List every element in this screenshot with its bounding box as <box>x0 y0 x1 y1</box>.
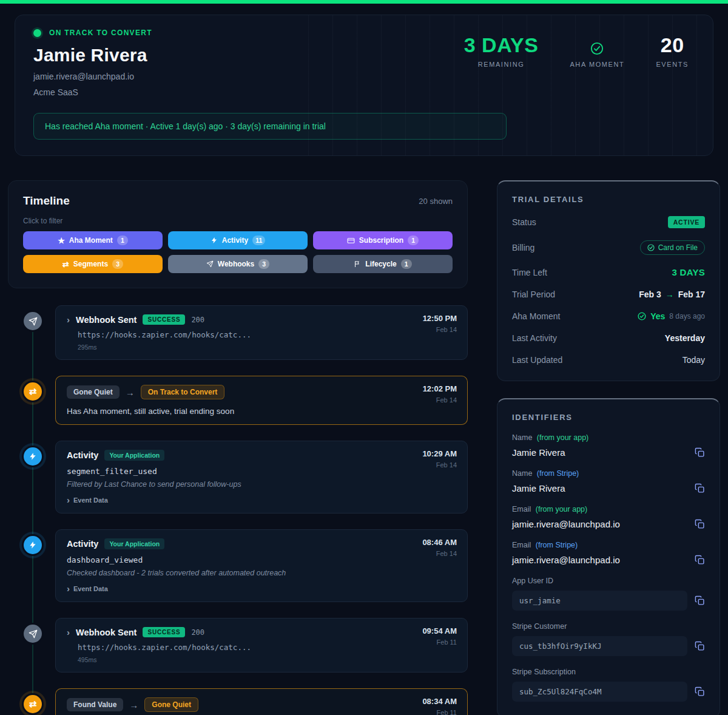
events-value: 20 <box>661 35 684 55</box>
copy-icon[interactable] <box>695 483 705 493</box>
arrow-right-icon: → <box>129 700 138 710</box>
identifier-value: jamie.rivera@launchpad.io <box>512 555 620 565</box>
billing-badge: Card on File <box>640 240 705 255</box>
check-circle-icon <box>590 42 604 55</box>
last-updated-value: Today <box>682 355 705 365</box>
timestamp: 08:46 AM Feb 14 <box>422 538 457 557</box>
segment-description: Has Aha moment, still active, trial endi… <box>67 407 456 416</box>
chevron-right-icon: › <box>67 495 70 504</box>
copy-icon[interactable] <box>695 447 705 458</box>
activity-card: Activity Your Application segment_filter… <box>55 441 468 513</box>
segment-from-chip: Found Value <box>67 698 123 711</box>
timeline-entry-webhook: › Webhook Sent SUCCESS 200 https://hooks… <box>55 618 468 673</box>
customer-company: Acme SaaS <box>33 87 695 97</box>
timeline-entry-webhook: › Webhook Sent SUCCESS 200 https://hooks… <box>55 305 468 360</box>
filter-segments[interactable]: ⇄ Segments 3 <box>23 255 163 273</box>
customer-email: jamie.rivera@launchpad.io <box>33 72 695 81</box>
filter-webhooks[interactable]: Webhooks 3 <box>168 255 308 273</box>
identifiers-card: IDENTIFIERS Name (from your app) Jamie R… <box>497 398 720 715</box>
bolt-icon <box>22 446 44 467</box>
filter-chips: ★ Aha Moment 1 Activity 11 Subscription <box>23 231 453 273</box>
event-data-expander[interactable]: › Event Data <box>67 495 456 504</box>
segment-to-chip: On Track to Convert <box>141 385 225 399</box>
filter-count-badge: 3 <box>258 259 269 269</box>
copy-icon[interactable] <box>695 555 705 565</box>
segment-change-card: Gone Quiet → On Track to Convert Has Aha… <box>55 376 468 425</box>
webhook-latency: 295ms <box>78 344 456 351</box>
status-row: Status ACTIVE <box>512 216 705 228</box>
segment-change-card: Found Value → Gone Quiet Has Aha moment … <box>55 688 468 715</box>
last-activity-row: Last Activity Yesterday <box>512 333 705 343</box>
arrow-right-icon: → <box>126 387 135 398</box>
top-accent-bar <box>0 0 728 4</box>
copy-icon[interactable] <box>695 686 705 697</box>
copy-icon[interactable] <box>695 519 705 529</box>
aha-moment-row: Aha Moment Yes 8 days ago <box>512 311 705 321</box>
webhook-latency: 495ms <box>78 656 456 663</box>
send-icon <box>22 623 44 645</box>
flag-icon <box>354 260 361 268</box>
filter-count-badge: 1 <box>117 236 128 245</box>
last-updated-row: Last Updated Today <box>512 355 705 365</box>
filter-activity[interactable]: Activity 11 <box>168 231 308 249</box>
status-badge: SUCCESS <box>143 314 185 325</box>
filter-count-badge: 1 <box>408 236 419 245</box>
bolt-icon <box>211 237 218 244</box>
chevron-right-icon: › <box>67 628 70 637</box>
swap-arrows-icon: ⇄ <box>62 260 69 268</box>
webhook-card[interactable]: › Webhook Sent SUCCESS 200 https://hooks… <box>55 305 468 360</box>
event-name: dashboard_viewed <box>67 555 456 564</box>
filter-lifecycle[interactable]: Lifecycle 1 <box>313 255 453 273</box>
copy-icon[interactable] <box>695 641 705 651</box>
filter-subscription[interactable]: Subscription 1 <box>313 231 453 249</box>
check-circle-icon <box>647 244 655 251</box>
detail-sidebar: TRIAL DETAILS Status ACTIVE Billing Card… <box>497 180 720 715</box>
copy-icon[interactable] <box>695 595 705 606</box>
timeline-entry-segment: ⇄ Found Value → Gone Quiet Has Aha momen… <box>55 688 468 715</box>
star-icon: ★ <box>58 237 65 245</box>
identifier-value: Jamie Rivera <box>512 483 565 493</box>
identifiers-title: IDENTIFIERS <box>512 413 705 422</box>
aha-moment-value: Yes 8 days ago <box>638 311 705 321</box>
timestamp: 12:02 PM Feb 14 <box>423 384 457 404</box>
aha-moment-label: AHA MOMENT <box>570 61 624 68</box>
active-status-badge: ACTIVE <box>668 216 705 228</box>
chevron-right-icon: › <box>67 315 70 324</box>
timestamp: 09:54 AM Feb 11 <box>422 626 457 646</box>
event-description: Filtered by Last Chance to send personal… <box>67 480 456 489</box>
bolt-icon <box>22 534 44 556</box>
timeline-title: Timeline <box>23 194 70 208</box>
timeline-entry-segment: ⇄ Gone Quiet → On Track to Convert Has A… <box>55 376 468 425</box>
chevron-right-icon: › <box>67 584 70 593</box>
identifier-value: sub_Zc5Ul824FqCo4M <box>512 682 687 702</box>
credit-card-icon <box>347 237 355 245</box>
timeline-entries: › Webhook Sent SUCCESS 200 https://hooks… <box>8 305 468 715</box>
webhook-card[interactable]: › Webhook Sent SUCCESS 200 https://hooks… <box>55 618 468 673</box>
aha-moment-stat: AHA MOMENT <box>570 42 624 68</box>
send-icon <box>206 260 214 268</box>
event-title: Activity <box>67 539 98 549</box>
trial-details-card: TRIAL DETAILS Status ACTIVE Billing Card… <box>497 180 720 381</box>
segment-to-chip: Gone Quiet <box>144 697 198 712</box>
days-remaining-label: REMAINING <box>478 61 525 68</box>
timeline-entry-activity: Activity Your Application segment_filter… <box>55 441 468 513</box>
filter-aha-moment[interactable]: ★ Aha Moment 1 <box>23 231 163 249</box>
source-badge: Your Application <box>104 450 164 461</box>
identifier-field: Name (from your app) Jamie Rivera <box>512 433 705 458</box>
header-stats: 3 DAYS REMAINING AHA MOMENT 20 EVENTS <box>464 35 689 68</box>
identifier-field: Email (from Stripe) jamie.rivera@launchp… <box>512 541 705 565</box>
status-dot-icon <box>33 29 41 37</box>
event-data-expander[interactable]: › Event Data <box>67 584 456 593</box>
identifier-field: Stripe Customer cus_tb3hfOir9yIkKJ <box>512 622 705 656</box>
identifier-field: Stripe Subscription sub_Zc5Ul824FqCo4M <box>512 668 705 702</box>
filter-hint: Click to filter <box>23 217 453 225</box>
status-badge: SUCCESS <box>143 627 185 637</box>
timestamp: 10:29 AM Feb 14 <box>422 449 457 469</box>
days-remaining-stat: 3 DAYS REMAINING <box>464 35 539 68</box>
source-badge: Your Application <box>104 538 164 549</box>
filter-count-badge: 11 <box>252 236 265 245</box>
event-title: Activity <box>67 450 98 460</box>
last-activity-value: Yesterday <box>665 333 705 343</box>
events-stat: 20 EVENTS <box>656 35 689 68</box>
activity-card: Activity Your Application dashboard_view… <box>55 529 468 602</box>
